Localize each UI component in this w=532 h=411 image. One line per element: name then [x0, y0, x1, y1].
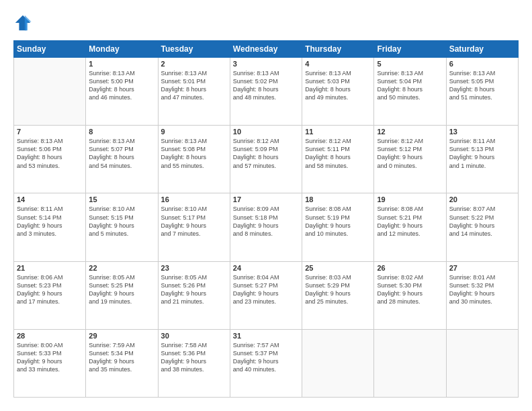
- day-info: Sunrise: 8:08 AM Sunset: 5:21 PM Dayligh…: [377, 205, 443, 238]
- day-info: Sunrise: 8:13 AM Sunset: 5:02 PM Dayligh…: [233, 69, 299, 102]
- day-number: 2: [161, 60, 227, 68]
- day-cell: 19Sunrise: 8:08 AM Sunset: 5:21 PM Dayli…: [374, 193, 446, 261]
- day-number: 25: [305, 264, 371, 272]
- day-cell: 15Sunrise: 8:10 AM Sunset: 5:15 PM Dayli…: [86, 193, 158, 261]
- day-number: 28: [17, 332, 83, 340]
- day-cell: [302, 329, 374, 397]
- day-cell: 8Sunrise: 8:13 AM Sunset: 5:07 PM Daylig…: [86, 126, 158, 193]
- day-cell: 6Sunrise: 8:13 AM Sunset: 5:05 PM Daylig…: [446, 58, 518, 126]
- day-info: Sunrise: 8:01 AM Sunset: 5:32 PM Dayligh…: [449, 273, 515, 306]
- calendar: SundayMondayTuesdayWednesdayThursdayFrid…: [13, 40, 519, 398]
- day-info: Sunrise: 8:13 AM Sunset: 5:03 PM Dayligh…: [305, 69, 371, 102]
- day-number: 7: [17, 128, 83, 136]
- day-number: 13: [449, 128, 515, 136]
- day-info: Sunrise: 7:57 AM Sunset: 5:37 PM Dayligh…: [233, 341, 299, 374]
- day-number: 29: [89, 332, 154, 340]
- day-info: Sunrise: 8:07 AM Sunset: 5:22 PM Dayligh…: [449, 205, 515, 238]
- weekday-header-tuesday: Tuesday: [158, 41, 230, 58]
- day-cell: [14, 58, 86, 126]
- day-info: Sunrise: 8:12 AM Sunset: 5:09 PM Dayligh…: [233, 137, 299, 170]
- week-row-1: 7Sunrise: 8:13 AM Sunset: 5:06 PM Daylig…: [14, 126, 519, 193]
- day-info: Sunrise: 8:13 AM Sunset: 5:06 PM Dayligh…: [17, 137, 83, 170]
- day-cell: 23Sunrise: 8:05 AM Sunset: 5:26 PM Dayli…: [158, 261, 230, 329]
- day-cell: 25Sunrise: 8:03 AM Sunset: 5:29 PM Dayli…: [302, 261, 374, 329]
- day-cell: 14Sunrise: 8:11 AM Sunset: 5:14 PM Dayli…: [14, 193, 86, 261]
- day-info: Sunrise: 8:10 AM Sunset: 5:15 PM Dayligh…: [89, 205, 154, 238]
- day-cell: 17Sunrise: 8:09 AM Sunset: 5:18 PM Dayli…: [230, 193, 302, 261]
- day-number: 14: [17, 195, 83, 203]
- weekday-header-saturday: Saturday: [446, 41, 518, 58]
- day-cell: [374, 329, 446, 397]
- logo-icon: [13, 13, 32, 32]
- day-cell: 29Sunrise: 7:59 AM Sunset: 5:34 PM Dayli…: [86, 329, 158, 397]
- day-number: 16: [161, 195, 227, 203]
- day-info: Sunrise: 8:10 AM Sunset: 5:17 PM Dayligh…: [161, 205, 227, 238]
- day-number: 9: [161, 128, 227, 136]
- day-cell: 12Sunrise: 8:12 AM Sunset: 5:12 PM Dayli…: [374, 126, 446, 193]
- weekday-header-friday: Friday: [374, 41, 446, 58]
- logo: [13, 13, 35, 32]
- day-info: Sunrise: 7:59 AM Sunset: 5:34 PM Dayligh…: [89, 341, 154, 374]
- day-cell: 26Sunrise: 8:02 AM Sunset: 5:30 PM Dayli…: [374, 261, 446, 329]
- day-info: Sunrise: 8:05 AM Sunset: 5:26 PM Dayligh…: [161, 273, 227, 306]
- day-info: Sunrise: 8:09 AM Sunset: 5:18 PM Dayligh…: [233, 205, 299, 238]
- day-info: Sunrise: 8:11 AM Sunset: 5:13 PM Dayligh…: [449, 137, 515, 170]
- day-cell: 18Sunrise: 8:08 AM Sunset: 5:19 PM Dayli…: [302, 193, 374, 261]
- day-cell: 27Sunrise: 8:01 AM Sunset: 5:32 PM Dayli…: [446, 261, 518, 329]
- day-number: 27: [449, 264, 515, 272]
- day-info: Sunrise: 8:08 AM Sunset: 5:19 PM Dayligh…: [305, 205, 371, 238]
- day-cell: 7Sunrise: 8:13 AM Sunset: 5:06 PM Daylig…: [14, 126, 86, 193]
- day-number: 31: [233, 332, 299, 340]
- week-row-3: 21Sunrise: 8:06 AM Sunset: 5:23 PM Dayli…: [14, 261, 519, 329]
- week-row-4: 28Sunrise: 8:00 AM Sunset: 5:33 PM Dayli…: [14, 329, 519, 397]
- day-number: 11: [305, 128, 371, 136]
- day-info: Sunrise: 8:13 AM Sunset: 5:01 PM Dayligh…: [161, 69, 227, 102]
- day-info: Sunrise: 8:13 AM Sunset: 5:05 PM Dayligh…: [449, 69, 515, 102]
- day-cell: 16Sunrise: 8:10 AM Sunset: 5:17 PM Dayli…: [158, 193, 230, 261]
- day-info: Sunrise: 8:13 AM Sunset: 5:00 PM Dayligh…: [89, 69, 154, 102]
- day-number: 19: [377, 195, 443, 203]
- day-info: Sunrise: 8:00 AM Sunset: 5:33 PM Dayligh…: [17, 341, 83, 374]
- day-info: Sunrise: 7:58 AM Sunset: 5:36 PM Dayligh…: [161, 341, 227, 374]
- day-cell: [446, 329, 518, 397]
- day-number: 12: [377, 128, 443, 136]
- day-info: Sunrise: 8:12 AM Sunset: 5:11 PM Dayligh…: [305, 137, 371, 170]
- day-cell: 21Sunrise: 8:06 AM Sunset: 5:23 PM Dayli…: [14, 261, 86, 329]
- day-number: 30: [161, 332, 227, 340]
- day-number: 3: [233, 60, 299, 68]
- day-cell: 24Sunrise: 8:04 AM Sunset: 5:27 PM Dayli…: [230, 261, 302, 329]
- svg-marker-0: [15, 15, 30, 30]
- day-info: Sunrise: 8:03 AM Sunset: 5:29 PM Dayligh…: [305, 273, 371, 306]
- day-cell: 3Sunrise: 8:13 AM Sunset: 5:02 PM Daylig…: [230, 58, 302, 126]
- day-cell: 28Sunrise: 8:00 AM Sunset: 5:33 PM Dayli…: [14, 329, 86, 397]
- weekday-header-row: SundayMondayTuesdayWednesdayThursdayFrid…: [14, 41, 519, 58]
- day-cell: 9Sunrise: 8:13 AM Sunset: 5:08 PM Daylig…: [158, 126, 230, 193]
- day-number: 20: [449, 195, 515, 203]
- day-info: Sunrise: 8:12 AM Sunset: 5:12 PM Dayligh…: [377, 137, 443, 170]
- day-number: 21: [17, 264, 83, 272]
- day-cell: 30Sunrise: 7:58 AM Sunset: 5:36 PM Dayli…: [158, 329, 230, 397]
- day-number: 5: [377, 60, 443, 68]
- weekday-header-monday: Monday: [86, 41, 158, 58]
- day-cell: 4Sunrise: 8:13 AM Sunset: 5:03 PM Daylig…: [302, 58, 374, 126]
- day-info: Sunrise: 8:02 AM Sunset: 5:30 PM Dayligh…: [377, 273, 443, 306]
- day-number: 26: [377, 264, 443, 272]
- day-info: Sunrise: 8:13 AM Sunset: 5:08 PM Dayligh…: [161, 137, 227, 170]
- day-info: Sunrise: 8:05 AM Sunset: 5:25 PM Dayligh…: [89, 273, 154, 306]
- day-info: Sunrise: 8:04 AM Sunset: 5:27 PM Dayligh…: [233, 273, 299, 306]
- day-number: 6: [449, 60, 515, 68]
- weekday-header-wednesday: Wednesday: [230, 41, 302, 58]
- day-info: Sunrise: 8:13 AM Sunset: 5:07 PM Dayligh…: [89, 137, 154, 170]
- day-number: 10: [233, 128, 299, 136]
- day-cell: 11Sunrise: 8:12 AM Sunset: 5:11 PM Dayli…: [302, 126, 374, 193]
- day-info: Sunrise: 8:13 AM Sunset: 5:04 PM Dayligh…: [377, 69, 443, 102]
- day-number: 23: [161, 264, 227, 272]
- day-info: Sunrise: 8:06 AM Sunset: 5:23 PM Dayligh…: [17, 273, 83, 306]
- weekday-header-thursday: Thursday: [302, 41, 374, 58]
- day-cell: 5Sunrise: 8:13 AM Sunset: 5:04 PM Daylig…: [374, 58, 446, 126]
- day-cell: 20Sunrise: 8:07 AM Sunset: 5:22 PM Dayli…: [446, 193, 518, 261]
- day-number: 24: [233, 264, 299, 272]
- day-cell: 22Sunrise: 8:05 AM Sunset: 5:25 PM Dayli…: [86, 261, 158, 329]
- day-cell: 31Sunrise: 7:57 AM Sunset: 5:37 PM Dayli…: [230, 329, 302, 397]
- day-number: 1: [89, 60, 154, 68]
